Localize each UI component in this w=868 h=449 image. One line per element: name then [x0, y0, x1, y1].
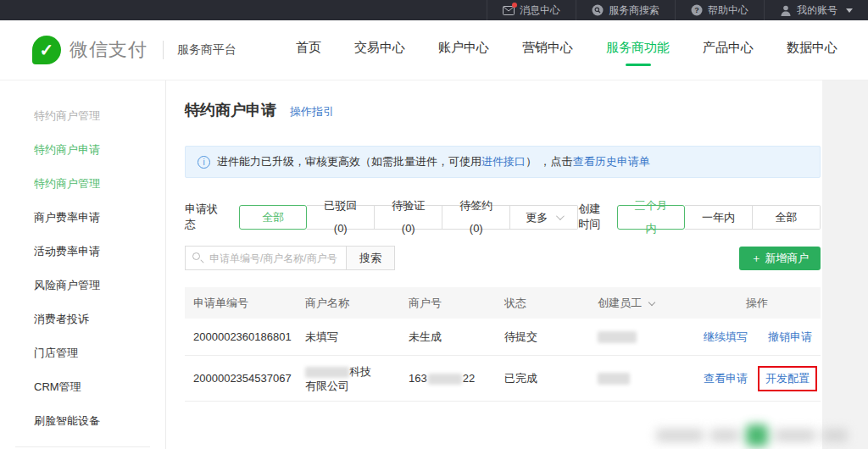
sidebar-item-store-management[interactable]: 门店管理	[0, 336, 165, 370]
watermark-green-logo	[746, 424, 768, 446]
sidebar-item-merchant-rate-application[interactable]: 商户费率申请	[0, 201, 165, 235]
nav-provider-functions[interactable]: 服务商功能	[606, 33, 670, 68]
col-actions: 操作	[704, 296, 821, 311]
banner-text: 进件能力已升级，审核更高效（如需批量进件，可使用	[217, 154, 481, 169]
message-icon	[503, 4, 515, 16]
help-circle-icon: ?	[691, 4, 703, 16]
chevron-down-icon	[556, 212, 565, 220]
add-merchant-button[interactable]: ＋ 新增商户	[739, 247, 821, 270]
time-filter-all[interactable]: 全部	[753, 205, 821, 230]
status-badge: 已完成	[504, 371, 598, 386]
table-row: 2000002360186801 未填写 未生成 待提交 继续填写 撤销申请	[185, 319, 821, 356]
nav-home[interactable]: 首页	[296, 33, 321, 68]
table-row: 2000002354537067 科技 有限公司 16322 已完成 查看申请 …	[185, 356, 821, 402]
application-id: 2000002354537067	[185, 372, 305, 385]
svg-text:?: ?	[694, 6, 699, 14]
sidebar-item-risk-merchant-management[interactable]: 风险商户管理	[0, 269, 165, 302]
topbar-help-center[interactable]: ? 帮助中心	[675, 0, 764, 20]
status-filter-more-label: 更多	[526, 206, 548, 229]
time-filter-group-wrap: 创建时间 三个月内 一年内 全部	[578, 202, 821, 232]
merchant-name-line2: 有限公司	[305, 380, 349, 392]
sidebar: 特约商户管理 特约商户申请 特约商户管理 商户费率申请 活动费率申请 风险商户管…	[0, 80, 166, 449]
search-row: 搜索 ＋ 新增商户	[185, 246, 821, 270]
col-status: 状态	[504, 296, 598, 311]
user-icon	[780, 4, 792, 16]
nav-account-center[interactable]: 账户中心	[438, 33, 489, 68]
sidebar-item-face-smart-device[interactable]: 刷脸智能设备	[0, 404, 165, 438]
application-id: 2000002360186801	[185, 330, 305, 343]
chevron-down-icon	[846, 8, 853, 13]
service-platform-screen: 消息中心 服务商搜索 ? 帮助中心 我的账号 ✓ 微信支付 服务	[0, 0, 868, 449]
topbar-item-label: 消息中心	[520, 3, 560, 18]
merchant-no-prefix: 163	[409, 372, 427, 385]
history-applications-link[interactable]: 查看历史申请单	[573, 154, 650, 169]
col-merchant-name: 商户名称	[305, 296, 409, 311]
search-circle-icon	[592, 4, 604, 16]
header: ✓ 微信支付 服务商平台 首页 交易中心 账户中心 营销中心 服务商功能 产品中…	[0, 20, 868, 80]
view-application-link[interactable]: 查看申请	[704, 371, 748, 386]
operation-guide-link[interactable]: 操作指引	[290, 104, 334, 119]
dev-config-link[interactable]: 开发配置	[765, 372, 810, 385]
merchant-name-redacted: 科技 有限公司	[305, 364, 409, 393]
page-head: 特约商户申请 操作指引	[185, 100, 821, 120]
status-filter-pending-signing[interactable]: 待签约(0)	[442, 205, 510, 230]
status-filter-pending-verification[interactable]: 待验证(0)	[375, 205, 442, 230]
nav-product-center[interactable]: 产品中心	[703, 33, 754, 68]
time-filter-label: 创建时间	[578, 202, 605, 232]
creator-redacted	[598, 372, 704, 385]
time-filter-three-months[interactable]: 三个月内	[617, 205, 685, 230]
status-filter-rejected[interactable]: 已驳回(0)	[307, 205, 375, 230]
platform-label: 服务商平台	[177, 42, 236, 58]
blurred-watermark	[656, 417, 860, 449]
col-creator[interactable]: 创建员工	[598, 296, 704, 311]
main-content: 特约商户申请 操作指引 i 进件能力已升级，审核更高效（如需批量进件，可使用 进…	[166, 80, 822, 449]
creator-redacted	[598, 330, 704, 344]
topbar-provider-search[interactable]: 服务商搜索	[576, 0, 675, 20]
topbar-message-center[interactable]: 消息中心	[487, 0, 576, 20]
status-filter-all[interactable]: 全部	[239, 205, 307, 230]
brand-divider	[163, 41, 164, 59]
search-input[interactable]	[185, 246, 346, 270]
col-creator-label: 创建员工	[598, 297, 642, 309]
topbar-my-account[interactable]: 我的账号	[764, 0, 868, 20]
time-filter-one-year[interactable]: 一年内	[685, 205, 753, 230]
unread-dot	[512, 3, 517, 8]
continue-filling-link[interactable]: 继续填写	[704, 330, 748, 345]
row-actions: 继续填写 撤销申请	[704, 330, 821, 345]
applications-table: 申请单编号 商户名称 商户号 状态 创建员工 操作 20000023601868…	[185, 287, 821, 402]
logo-text: 微信支付	[70, 37, 147, 63]
table-header: 申请单编号 商户名称 商户号 状态 创建员工 操作	[185, 287, 821, 319]
status-filter-row: 申请状态 全部 已驳回(0) 待验证(0) 待签约(0) 更多 创建时间 三个月…	[185, 202, 821, 232]
nav-marketing-center[interactable]: 营销中心	[522, 33, 573, 68]
sidebar-item-consumer-complaints[interactable]: 消费者投诉	[0, 302, 165, 336]
sidebar-divider	[15, 446, 150, 447]
sidebar-item-activity-rate-application[interactable]: 活动费率申请	[0, 235, 165, 269]
col-application-id: 申请单编号	[185, 296, 305, 311]
col-merchant-no: 商户号	[409, 296, 504, 311]
topbar: 消息中心 服务商搜索 ? 帮助中心 我的账号	[0, 0, 868, 20]
search-box: 搜索	[185, 246, 395, 270]
topbar-item-label: 我的账号	[797, 3, 837, 18]
merchant-no-redacted: 16322	[409, 372, 504, 385]
sidebar-item-crm-management[interactable]: CRM管理	[0, 370, 165, 404]
nav-transaction-center[interactable]: 交易中心	[354, 33, 405, 68]
status-filter-group: 全部 已驳回(0) 待验证(0) 待签约(0) 更多	[239, 205, 578, 230]
nav-data-center[interactable]: 数据中心	[787, 33, 837, 68]
topbar-item-label: 帮助中心	[708, 3, 748, 18]
brand: ✓ 微信支付 服务商平台	[0, 36, 236, 64]
time-filter-group: 三个月内 一年内 全部	[617, 205, 821, 230]
sidebar-group-merchant-management: 特约商户管理	[0, 99, 165, 133]
search-button[interactable]: 搜索	[346, 246, 395, 270]
intake-api-link[interactable]: 进件接口	[481, 154, 526, 169]
cancel-application-link[interactable]: 撤销申请	[768, 330, 812, 345]
search-icon	[192, 252, 200, 260]
merchant-name-suffix: 科技	[349, 365, 371, 378]
status-filter-more[interactable]: 更多	[510, 205, 578, 230]
topbar-item-label: 服务商搜索	[609, 3, 659, 18]
wechat-pay-logo-icon: ✓	[32, 36, 61, 64]
sidebar-item-merchant-management[interactable]: 特约商户管理	[0, 167, 165, 201]
merchant-no-suffix: 22	[463, 372, 475, 385]
highlight-box: 开发配置	[758, 366, 817, 391]
sidebar-item-merchant-application[interactable]: 特约商户申请	[0, 133, 165, 167]
page-title: 特约商户申请	[185, 100, 276, 120]
